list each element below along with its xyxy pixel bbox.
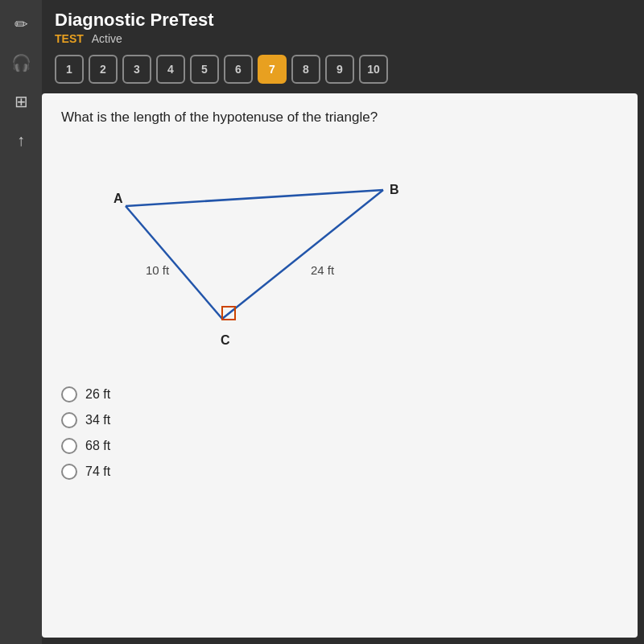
question-num-3[interactable]: 3 (122, 55, 151, 84)
svg-line-2 (222, 190, 383, 319)
radio-a[interactable] (61, 386, 77, 402)
active-status: Active (92, 32, 122, 45)
header-sub: TEST Active (55, 32, 631, 45)
radio-c[interactable] (61, 438, 77, 454)
question-num-5[interactable]: 5 (190, 55, 219, 84)
question-text: What is the length of the hypotenuse of … (61, 109, 618, 126)
answer-choice-d[interactable]: 74 ft (61, 464, 618, 480)
radio-d[interactable] (61, 464, 77, 480)
vertex-a-label: A (114, 192, 123, 205)
svg-line-1 (126, 206, 222, 319)
answer-label-a: 26 ft (85, 387, 110, 402)
question-num-7[interactable]: 7 (258, 55, 287, 84)
question-num-6[interactable]: 6 (224, 55, 253, 84)
vertex-c-label: C (221, 333, 230, 347)
sidebar: ✏ 🎧 ⊞ ↑ (0, 0, 42, 644)
pencil-icon[interactable]: ✏ (5, 8, 37, 40)
question-num-2[interactable]: 2 (89, 55, 118, 84)
answer-choices: 26 ft 34 ft 68 ft 74 ft (61, 386, 618, 480)
question-num-8[interactable]: 8 (291, 55, 320, 84)
header: Diagnostic PreTest TEST Active (42, 0, 644, 48)
content-card: What is the length of the hypotenuse of … (42, 93, 638, 638)
radio-b[interactable] (61, 412, 77, 428)
side-ac-label: 10 ft (146, 263, 170, 277)
question-num-4[interactable]: 4 (156, 55, 185, 84)
answer-label-b: 34 ft (85, 413, 110, 427)
side-bc-label: 24 ft (311, 263, 335, 277)
main-content: Diagnostic PreTest TEST Active 1 2 3 4 5… (42, 0, 644, 644)
headphones-icon[interactable]: 🎧 (5, 47, 37, 79)
vertex-b-label: B (390, 183, 399, 196)
test-label: TEST (55, 32, 84, 45)
question-num-1[interactable]: 1 (55, 55, 84, 84)
answer-choice-b[interactable]: 34 ft (61, 412, 618, 428)
answer-choice-c[interactable]: 68 ft (61, 438, 618, 454)
upload-icon[interactable]: ↑ (5, 124, 37, 156)
calculator-icon[interactable]: ⊞ (5, 85, 37, 118)
question-number-bar: 1 2 3 4 5 6 7 8 9 10 (42, 48, 644, 90)
answer-label-c: 68 ft (85, 439, 110, 453)
svg-line-0 (126, 190, 383, 206)
triangle-svg: A B C 10 ft 24 ft (61, 142, 431, 367)
page-title: Diagnostic PreTest (55, 10, 631, 31)
question-num-10[interactable]: 10 (359, 55, 388, 84)
answer-label-d: 74 ft (85, 464, 110, 479)
question-num-9[interactable]: 9 (325, 55, 354, 84)
answer-choice-a[interactable]: 26 ft (61, 386, 618, 402)
triangle-diagram: A B C 10 ft 24 ft (61, 142, 618, 367)
